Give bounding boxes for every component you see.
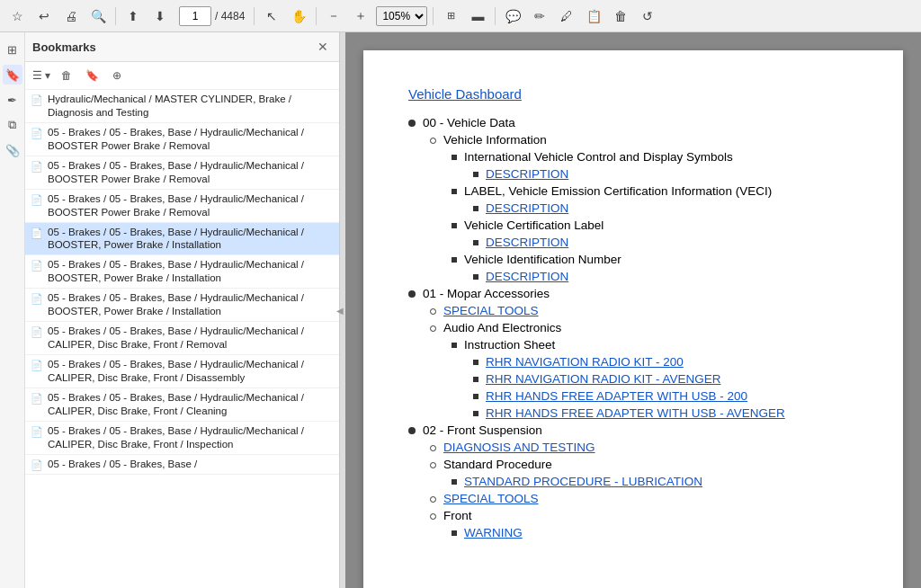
toc-item-text: 02 - Front Suspension xyxy=(423,423,542,437)
side-pages-btn[interactable]: ⊞ xyxy=(3,40,22,59)
bookmark-item[interactable]: 📄05 - Brakes / 05 - Brakes, Base / Hydra… xyxy=(25,422,339,455)
bullet-square-icon xyxy=(473,206,478,211)
bm-menu-btn[interactable]: ☰ ▾ xyxy=(31,66,52,85)
side-layers-btn[interactable]: ⧉ xyxy=(3,115,22,135)
selection-tool-btn[interactable]: ⊞ xyxy=(439,4,462,28)
bookmark-item[interactable]: 📄05 - Brakes / 05 - Brakes, Base / Hydra… xyxy=(25,289,339,322)
toc-item[interactable]: DESCRIPTION xyxy=(473,167,858,181)
bookmark-item[interactable]: 📄05 - Brakes / 05 - Brakes, Base / Hydra… xyxy=(25,322,339,355)
page-total-label: / 4484 xyxy=(215,10,245,22)
toc-item-text[interactable]: RHR HANDS FREE ADAPTER WITH USB - AVENGE… xyxy=(486,406,785,420)
toc-item-text[interactable]: DESCRIPTION xyxy=(486,270,568,283)
toc-item[interactable]: DESCRIPTION xyxy=(473,270,858,283)
bm-expand-btn[interactable]: ⊕ xyxy=(106,66,128,85)
bullet-circle-icon xyxy=(430,513,436,520)
toc-item-text[interactable]: DESCRIPTION xyxy=(486,201,568,215)
toc-item-text[interactable]: WARNING xyxy=(464,526,523,539)
side-bookmarks-btn[interactable]: 🔖 xyxy=(3,65,22,85)
toc-item-text[interactable]: DESCRIPTION xyxy=(486,167,568,181)
page-input[interactable]: 1 xyxy=(179,6,211,26)
toc-item-text: Audio And Electronics xyxy=(443,321,561,334)
toc-item: LABEL, Vehicle Emission Certification In… xyxy=(452,184,858,198)
markup-btn[interactable]: 🖊 xyxy=(555,4,578,28)
hand-tool-btn[interactable]: ✋ xyxy=(287,4,310,28)
bullet-square-icon xyxy=(473,411,478,416)
pdf-content-area[interactable]: Vehicle Dashboard 00 - Vehicle DataVehic… xyxy=(345,32,921,588)
toc-item-text[interactable]: DESCRIPTION xyxy=(486,236,568,249)
toc-item: Vehicle Information xyxy=(430,133,858,147)
main-area: ⊞ 🔖 ✒ ⧉ 📎 Bookmarks ✕ ☰ ▾ 🗑 🔖 ⊕ 📄Hydraul… xyxy=(0,32,921,588)
toc-item-text[interactable]: STANDARD PROCEDURE - LUBRICATION xyxy=(464,475,702,488)
toc-item-text[interactable]: RHR NAVIGATION RADIO KIT - 200 xyxy=(486,355,684,369)
bookmark-doc-icon: 📄 xyxy=(31,459,43,471)
bookmark-doc-icon: 📄 xyxy=(31,359,43,371)
bookmark-doc-icon: 📄 xyxy=(31,227,43,239)
toc-item[interactable]: RHR HANDS FREE ADAPTER WITH USB - AVENGE… xyxy=(473,406,858,420)
sep1 xyxy=(115,7,116,25)
zoom-in-btn[interactable]: ＋ xyxy=(349,4,372,28)
zoom-out-btn[interactable]: － xyxy=(322,4,345,28)
toc-item[interactable]: DIAGNOSIS AND TESTING xyxy=(430,441,858,454)
highlight-btn[interactable]: ▬ xyxy=(466,4,489,28)
panel-resize-handle[interactable] xyxy=(340,32,345,588)
bookmark-text: 05 - Brakes / 05 - Brakes, Base / Hydrau… xyxy=(48,192,334,219)
print-btn[interactable]: 🖨 xyxy=(59,4,83,28)
toc-item[interactable]: RHR HANDS FREE ADAPTER WITH USB - 200 xyxy=(473,389,858,403)
bm-add-btn[interactable]: 🔖 xyxy=(81,66,103,85)
stamp-btn[interactable]: 📋 xyxy=(582,4,605,28)
bookmark-item[interactable]: 📄05 - Brakes / 05 - Brakes, Base / Hydra… xyxy=(25,388,339,422)
bookmark-toggle-btn[interactable]: ☆ xyxy=(5,4,29,28)
bookmark-item[interactable]: 📄05 - Brakes / 05 - Brakes, Base / Hydra… xyxy=(25,355,339,388)
bookmark-item[interactable]: 📄05 - Brakes / 05 - Brakes, Base / Hydra… xyxy=(25,223,339,256)
zoom-select[interactable]: 105% 50% 75% 100% 125% 150% xyxy=(376,6,427,26)
draw-btn[interactable]: ✏ xyxy=(528,4,551,28)
bullet-square-icon xyxy=(473,274,478,280)
toc-item: Front xyxy=(430,509,858,522)
cursor-tool-btn[interactable]: ↖ xyxy=(260,4,283,28)
bullet-circle-icon xyxy=(430,496,436,503)
toc-item-text[interactable]: SPECIAL TOOLS xyxy=(443,492,539,505)
bookmarks-close-btn[interactable]: ✕ xyxy=(314,38,332,56)
bullet-square-icon xyxy=(452,530,457,536)
bookmark-text: 05 - Brakes / 05 - Brakes, Base / Hydrau… xyxy=(48,258,334,285)
toc-item[interactable]: DESCRIPTION xyxy=(473,236,858,249)
page-up-btn[interactable]: ⬆ xyxy=(121,4,145,28)
side-attachments-btn[interactable]: 📎 xyxy=(3,140,22,160)
toc-item[interactable]: RHR NAVIGATION RADIO KIT - 200 xyxy=(473,355,858,369)
toc-container: 00 - Vehicle DataVehicle InformationInte… xyxy=(408,116,858,539)
toc-item-text[interactable]: DIAGNOSIS AND TESTING xyxy=(443,441,595,454)
toc-item[interactable]: RHR NAVIGATION RADIO KIT - AVENGER xyxy=(473,372,858,386)
toc-item-text[interactable]: SPECIAL TOOLS xyxy=(443,304,539,317)
pdf-page-title[interactable]: Vehicle Dashboard xyxy=(408,86,858,102)
comment-btn[interactable]: 💬 xyxy=(501,4,524,28)
toc-item-text[interactable]: RHR NAVIGATION RADIO KIT - AVENGER xyxy=(486,372,721,386)
bookmark-item[interactable]: 📄05 - Brakes / 05 - Brakes, Base / Hydra… xyxy=(25,123,339,156)
bookmark-doc-icon: 📄 xyxy=(31,127,43,139)
toc-item[interactable]: SPECIAL TOOLS xyxy=(430,304,858,317)
bookmark-item[interactable]: 📄05 - Brakes / 05 - Brakes, Base / Hydra… xyxy=(25,190,339,223)
toc-item: International Vehicle Control and Displa… xyxy=(452,150,858,164)
toc-item-text[interactable]: RHR HANDS FREE ADAPTER WITH USB - 200 xyxy=(486,389,747,403)
bookmark-doc-icon: 📄 xyxy=(31,94,43,106)
zoom-out-toolbar-btn[interactable]: 🔍 xyxy=(86,4,110,28)
bullet-square-icon xyxy=(452,343,457,348)
toc-item: 00 - Vehicle Data xyxy=(408,116,858,129)
toc-item-text: 01 - Mopar Accessories xyxy=(423,287,550,300)
undo-btn[interactable]: ↺ xyxy=(636,4,659,28)
toc-item[interactable]: STANDARD PROCEDURE - LUBRICATION xyxy=(452,475,858,488)
bookmark-item[interactable]: 📄Hydraulic/Mechanical / MASTER CYLINDER,… xyxy=(25,90,339,123)
toc-item[interactable]: DESCRIPTION xyxy=(473,201,858,215)
delete-btn[interactable]: 🗑 xyxy=(609,4,632,28)
bullet-square-icon xyxy=(473,377,478,382)
bookmark-item[interactable]: 📄05 - Brakes / 05 - Brakes, Base / Hydra… xyxy=(25,156,339,190)
page-down-btn[interactable]: ⬇ xyxy=(148,4,172,28)
bookmark-item[interactable]: 📄05 - Brakes / 05 - Brakes, Base / xyxy=(25,455,339,475)
toc-item[interactable]: SPECIAL TOOLS xyxy=(430,492,858,505)
bookmark-text: 05 - Brakes / 05 - Brakes, Base / Hydrau… xyxy=(48,325,334,352)
history-back-btn[interactable]: ↩ xyxy=(32,4,56,28)
bookmark-doc-icon: 📄 xyxy=(31,325,43,338)
bookmark-item[interactable]: 📄05 - Brakes / 05 - Brakes, Base / Hydra… xyxy=(25,255,339,289)
side-signatures-btn[interactable]: ✒ xyxy=(3,90,22,110)
toc-item[interactable]: WARNING xyxy=(452,526,858,539)
bm-delete-btn[interactable]: 🗑 xyxy=(56,66,77,85)
